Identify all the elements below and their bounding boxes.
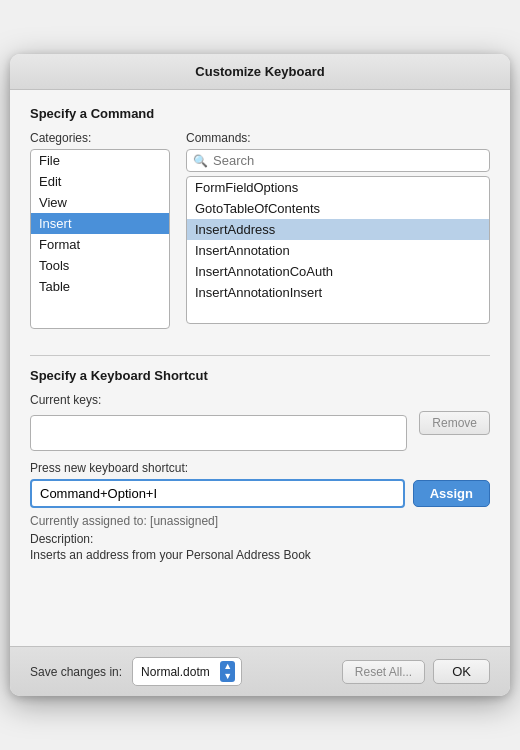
assigned-to-row: Currently assigned to: [unassigned] bbox=[30, 514, 490, 528]
category-item-view[interactable]: View bbox=[31, 192, 169, 213]
dialog-body: Specify a Command Categories: File Edit … bbox=[10, 90, 510, 646]
specify-command-section: Specify a Command Categories: File Edit … bbox=[30, 106, 490, 329]
press-shortcut-label: Press new keyboard shortcut: bbox=[30, 461, 490, 475]
shortcut-input-row: Assign bbox=[30, 479, 490, 508]
search-input[interactable] bbox=[213, 153, 483, 168]
commands-panel: Commands: 🔍 FormFieldOptions GotoTableOf… bbox=[186, 131, 490, 329]
assigned-to-label: Currently assigned to: bbox=[30, 514, 147, 528]
section-divider bbox=[30, 355, 490, 356]
categories-panel: Categories: File Edit View Insert Format… bbox=[30, 131, 170, 329]
category-item-edit[interactable]: Edit bbox=[31, 171, 169, 192]
command-item-insertannotationinsert[interactable]: InsertAnnotationInsert bbox=[187, 282, 489, 303]
assigned-to-value: [unassigned] bbox=[150, 514, 218, 528]
specify-shortcut-section: Specify a Keyboard Shortcut Current keys… bbox=[30, 368, 490, 562]
categories-list[interactable]: File Edit View Insert Format Tools Table bbox=[30, 149, 170, 329]
save-changes-label: Save changes in: bbox=[30, 665, 122, 679]
customize-keyboard-dialog: Customize Keyboard Specify a Command Cat… bbox=[10, 54, 510, 696]
command-item-insertaddress[interactable]: InsertAddress bbox=[187, 219, 489, 240]
command-item-insertannotationcoauth[interactable]: InsertAnnotationCoAuth bbox=[187, 261, 489, 282]
category-item-table[interactable]: Table bbox=[31, 276, 169, 297]
description-text: Inserts an address from your Personal Ad… bbox=[30, 548, 490, 562]
current-keys-row: Current keys: Remove bbox=[30, 393, 490, 451]
remove-button[interactable]: Remove bbox=[419, 411, 490, 435]
command-area: Categories: File Edit View Insert Format… bbox=[30, 131, 490, 329]
spacer bbox=[30, 570, 490, 630]
commands-list[interactable]: FormFieldOptions GotoTableOfContents Ins… bbox=[186, 176, 490, 324]
shortcut-input[interactable] bbox=[30, 479, 405, 508]
command-item-insertannotation[interactable]: InsertAnnotation bbox=[187, 240, 489, 261]
specify-shortcut-title: Specify a Keyboard Shortcut bbox=[30, 368, 490, 383]
reset-all-button[interactable]: Reset All... bbox=[342, 660, 425, 684]
save-file-name: Normal.dotm bbox=[141, 665, 216, 679]
search-box[interactable]: 🔍 bbox=[186, 149, 490, 172]
dialog-title: Customize Keyboard bbox=[10, 54, 510, 90]
commands-label: Commands: bbox=[186, 131, 490, 145]
description-label: Description: bbox=[30, 532, 490, 546]
category-item-format[interactable]: Format bbox=[31, 234, 169, 255]
category-item-tools[interactable]: Tools bbox=[31, 255, 169, 276]
category-item-file[interactable]: File bbox=[31, 150, 169, 171]
current-keys-area: Current keys: bbox=[30, 393, 407, 451]
save-changes-dropdown[interactable]: Normal.dotm ▲ ▼ bbox=[132, 657, 242, 686]
command-item-formfieldoptions[interactable]: FormFieldOptions bbox=[187, 177, 489, 198]
bottom-right-buttons: Reset All... OK bbox=[342, 659, 490, 684]
search-icon: 🔍 bbox=[193, 154, 208, 168]
category-item-insert[interactable]: Insert bbox=[31, 213, 169, 234]
command-item-gototableofcontents[interactable]: GotoTableOfContents bbox=[187, 198, 489, 219]
current-keys-label: Current keys: bbox=[30, 393, 407, 407]
categories-label: Categories: bbox=[30, 131, 170, 145]
specify-command-title: Specify a Command bbox=[30, 106, 490, 121]
bottom-bar: Save changes in: Normal.dotm ▲ ▼ Reset A… bbox=[10, 646, 510, 696]
assign-button[interactable]: Assign bbox=[413, 480, 490, 507]
ok-button[interactable]: OK bbox=[433, 659, 490, 684]
dropdown-arrows-icon: ▲ ▼ bbox=[220, 661, 235, 682]
current-keys-box bbox=[30, 415, 407, 451]
